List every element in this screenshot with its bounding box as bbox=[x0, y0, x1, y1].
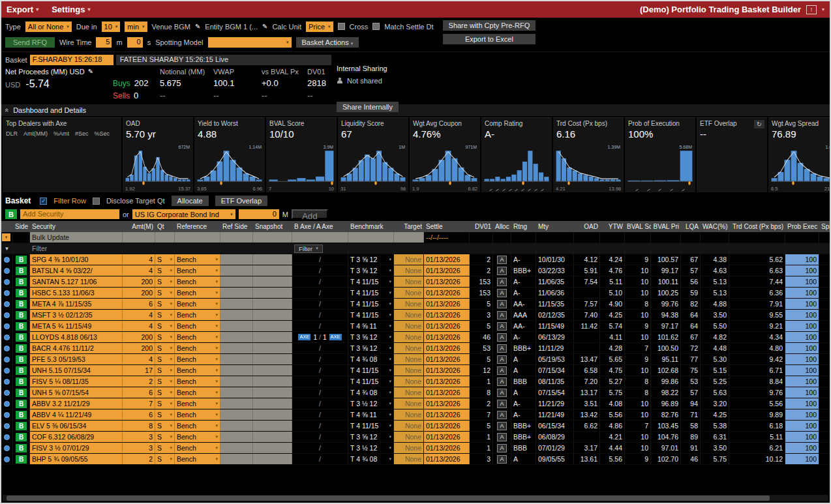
target-cell[interactable]: None bbox=[394, 265, 424, 276]
settle-cell[interactable]: 01/13/2026 bbox=[424, 321, 470, 331]
ref-side-cell[interactable] bbox=[220, 332, 253, 342]
settle-cell[interactable]: 01/13/2026 bbox=[424, 365, 470, 376]
alloc-cell[interactable]: A bbox=[493, 310, 511, 320]
snapshot-cell[interactable] bbox=[253, 310, 292, 320]
reference-cell[interactable]: Bench▾ bbox=[175, 398, 220, 409]
side-cell[interactable]: B bbox=[13, 321, 30, 331]
reference-cell[interactable]: Bench▾ bbox=[175, 299, 220, 309]
row-icon-cell[interactable] bbox=[1, 265, 13, 276]
benchmark-cell[interactable]: T 4 ¾ 08▾ bbox=[348, 454, 394, 464]
security-cell[interactable]: PFE 5.3 05/19/53 bbox=[30, 354, 123, 364]
bulk-settle[interactable]: --/--/---- bbox=[424, 232, 470, 243]
calc-unit-select[interactable]: Price▾ bbox=[306, 22, 333, 32]
column-header-wac-[interactable]: WAC(%) bbox=[701, 223, 729, 230]
filter-security[interactable]: Filter bbox=[30, 243, 123, 254]
axe-cell[interactable]: / bbox=[292, 409, 348, 420]
reference-cell[interactable]: Bench▾ bbox=[175, 354, 220, 364]
qt-cell[interactable]: S▾ bbox=[155, 343, 175, 353]
bulk-dropdown-icon[interactable]: ▾ bbox=[2, 233, 10, 241]
add-security-input[interactable]: Add Security bbox=[20, 209, 119, 219]
send-rfq-button[interactable]: Send RFQ bbox=[5, 37, 55, 48]
amount-cell[interactable]: 6 bbox=[123, 299, 155, 309]
column-header-lqa[interactable]: LQA bbox=[681, 223, 701, 230]
ref-side-cell[interactable] bbox=[220, 321, 253, 331]
target-cell[interactable]: None bbox=[394, 432, 424, 442]
snapshot-cell[interactable] bbox=[253, 254, 292, 265]
row-icon-cell[interactable] bbox=[1, 288, 13, 298]
amount-cell[interactable]: 200 bbox=[123, 276, 155, 287]
amount-cell[interactable]: 3 bbox=[123, 432, 155, 442]
cross-checkbox[interactable] bbox=[338, 23, 345, 30]
qt-cell[interactable]: S▾ bbox=[155, 365, 175, 376]
ref-side-cell[interactable] bbox=[220, 310, 253, 320]
alloc-cell[interactable]: A bbox=[493, 398, 511, 409]
target-cell[interactable]: None bbox=[394, 321, 424, 331]
target-cell[interactable]: None bbox=[394, 398, 424, 409]
side-cell[interactable]: B bbox=[13, 443, 30, 453]
export-excel-button[interactable]: Export to Excel bbox=[443, 34, 536, 44]
security-cell[interactable]: BACR 4.476 11/11/2 bbox=[30, 343, 123, 353]
side-cell[interactable]: B bbox=[13, 376, 30, 387]
alloc-cell[interactable]: A bbox=[493, 443, 511, 453]
qt-cell[interactable]: S▾ bbox=[155, 276, 175, 287]
alloc-cell[interactable]: A bbox=[493, 421, 511, 431]
edit-entity-icon[interactable]: ✎ bbox=[262, 23, 267, 30]
basket-actions-button[interactable]: Basket Actions ▾ bbox=[296, 37, 359, 48]
bulk-icon[interactable]: ▾ bbox=[1, 232, 13, 243]
edit-venue-icon[interactable]: ✎ bbox=[195, 23, 200, 30]
axe-cell[interactable]: / bbox=[292, 454, 348, 464]
alloc-cell[interactable]: A bbox=[493, 254, 511, 265]
snapshot-cell[interactable] bbox=[253, 332, 292, 342]
menu-settings[interactable]: Settings ▾ bbox=[52, 5, 90, 14]
row-icon-cell[interactable] bbox=[1, 454, 13, 464]
security-cell[interactable]: UNH 5 ⅝ 07/15/54 bbox=[30, 387, 123, 398]
column-header-target[interactable]: Target bbox=[394, 223, 424, 230]
axe-cell[interactable]: / bbox=[292, 343, 348, 353]
settle-cell[interactable]: 01/13/2026 bbox=[424, 432, 470, 442]
snapshot-cell[interactable] bbox=[253, 276, 292, 287]
reference-cell[interactable]: Bench▾ bbox=[175, 265, 220, 276]
row-icon-cell[interactable] bbox=[1, 310, 13, 320]
security-cell[interactable]: LLOYDS 4.818 06/13 bbox=[30, 332, 123, 342]
snapshot-cell[interactable] bbox=[253, 265, 292, 276]
column-header-rtng[interactable]: Rtng bbox=[511, 223, 536, 230]
settle-cell[interactable]: 01/13/2026 bbox=[424, 276, 470, 287]
row-icon-cell[interactable] bbox=[1, 276, 13, 287]
column-header-bval-sc[interactable]: BVAL Sc bbox=[625, 223, 651, 230]
target-cell[interactable]: None bbox=[394, 310, 424, 320]
column-header-benchmark[interactable]: Benchmark bbox=[348, 223, 394, 230]
export-share-icon[interactable]: ↑ bbox=[806, 5, 817, 14]
qt-cell[interactable]: S▾ bbox=[155, 321, 175, 331]
security-cell[interactable]: FISV 5 ¼ 08/11/35 bbox=[30, 376, 123, 387]
qt-cell[interactable]: S▾ bbox=[155, 376, 175, 387]
settle-cell[interactable]: 01/13/2026 bbox=[424, 299, 470, 309]
row-icon-cell[interactable] bbox=[1, 299, 13, 309]
settle-cell[interactable]: 01/13/2026 bbox=[424, 421, 470, 431]
axe-cell[interactable]: / bbox=[292, 421, 348, 431]
reference-cell[interactable]: Bench▾ bbox=[175, 421, 220, 431]
amount-cell[interactable]: 17 bbox=[123, 365, 155, 376]
side-cell[interactable]: B bbox=[13, 332, 30, 342]
refresh-icon[interactable]: ↻ bbox=[754, 120, 764, 128]
reference-cell[interactable]: Bench▾ bbox=[175, 321, 220, 331]
axe-cell[interactable]: AXE1/1AXE bbox=[292, 332, 348, 342]
due-value-select[interactable]: 10▾ bbox=[102, 22, 121, 32]
row-icon-cell[interactable] bbox=[1, 354, 13, 364]
qt-cell[interactable]: S▾ bbox=[155, 299, 175, 309]
benchmark-cell[interactable]: T 4 11/15▾ bbox=[348, 299, 394, 309]
column-header-alloc[interactable]: Alloc bbox=[493, 223, 511, 230]
ref-side-cell[interactable] bbox=[220, 354, 253, 364]
qt-cell[interactable]: S▾ bbox=[155, 421, 175, 431]
side-cell[interactable]: B bbox=[13, 409, 30, 420]
benchmark-cell[interactable]: T 4 ¾ 08▾ bbox=[348, 387, 394, 398]
settle-cell[interactable]: 01/13/2026 bbox=[424, 387, 470, 398]
ref-side-cell[interactable] bbox=[220, 343, 253, 353]
target-cell[interactable]: None bbox=[394, 276, 424, 287]
ref-side-cell[interactable] bbox=[220, 432, 253, 442]
qt-cell[interactable]: S▾ bbox=[155, 265, 175, 276]
security-cell[interactable]: HSBC 5.133 11/06/3 bbox=[30, 288, 123, 298]
qt-cell[interactable]: S▾ bbox=[155, 409, 175, 420]
security-cell[interactable]: UNH 5.15 07/15/34 bbox=[30, 365, 123, 376]
add-button[interactable]: Add bbox=[292, 209, 328, 219]
side-cell[interactable]: B bbox=[13, 299, 30, 309]
